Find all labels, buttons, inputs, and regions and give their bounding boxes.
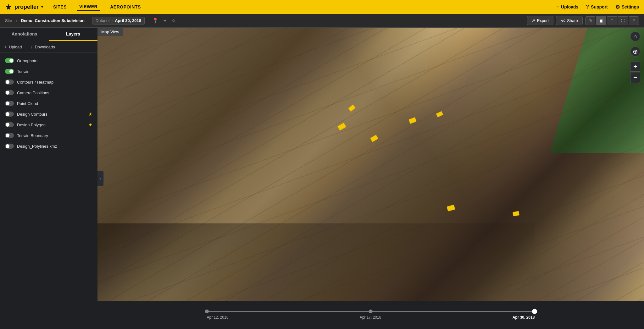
layer-name-8: Design_Polylines.kmz (17, 144, 92, 149)
layers-list: OrthophotoTerrainContours / HeatmapCamer… (0, 53, 97, 329)
layer-item-terrain-boundary[interactable]: Terrain Boundary (0, 130, 97, 141)
star-icon-6[interactable]: ★ (88, 122, 92, 127)
sidebar-tabs: Annotations Layers (0, 28, 97, 41)
layer-toggle-6[interactable] (5, 122, 14, 127)
view-split-left[interactable]: ⊞ (585, 16, 595, 25)
zoom-out-button[interactable]: − (630, 73, 640, 83)
timeline-section: Apr 12, 2018 Apr 17, 2018 Apr 30, 2018 (97, 301, 644, 329)
upload-icon: ↑ (557, 4, 559, 10)
layer-item-terrain[interactable]: Terrain (0, 66, 97, 77)
nav-viewer[interactable]: VIEWER (77, 3, 100, 11)
view-mode-buttons: ⊞ ▣ ⊡ ⛶ ⊞ (585, 16, 639, 25)
layer-name-6: Design Polygon (17, 123, 85, 127)
measure-icon[interactable]: ⌖ (164, 18, 166, 24)
tab-annotations[interactable]: Annotations (0, 28, 49, 41)
layer-toggle-2[interactable] (5, 80, 14, 85)
layer-toggle-8[interactable] (5, 144, 14, 149)
layer-toggle-7[interactable] (5, 133, 14, 138)
dataset-value: April 30, 2018 (115, 18, 141, 23)
timeline-labels: Apr 12, 2018 Apr 17, 2018 Apr 30, 2018 (207, 315, 535, 320)
layer-item-orthophoto[interactable]: Orthophoto (0, 55, 97, 66)
layer-name-2: Contours / Heatmap (17, 80, 92, 85)
map-view-tooltip: Map View (97, 28, 123, 36)
main-area: Annotations Layers + Upload ↓ Downloads … (0, 28, 644, 329)
top-navigation: propeller ▾ SITES VIEWER AEROPOINTS ↑ Up… (0, 0, 644, 14)
breadcrumb-sep1: › (16, 18, 17, 23)
dataset-label: Dataset (96, 18, 110, 23)
compass-button[interactable]: ⊕ (630, 47, 640, 57)
export-icon: ↗ (532, 18, 535, 23)
breadcrumb-site-name[interactable]: Demo: Construction Subdivision (21, 18, 85, 23)
layer-item-design-polygon[interactable]: Design Polygon★ (0, 119, 97, 130)
star-icon-5[interactable]: ★ (88, 112, 92, 117)
map-image: Map View ⌂ ⊕ + − 50 ft Lat 40.0520208° N… (97, 28, 644, 329)
breadcrumb-right-actions: ↗ Export ≪ Share ⊞ ▣ ⊡ ⛶ ⊞ (527, 16, 639, 25)
timeline-track (207, 311, 535, 312)
zoom-in-button[interactable]: + (630, 62, 640, 72)
nav-settings[interactable]: ⚙ Settings (615, 4, 639, 10)
timeline-label-1[interactable]: Apr 12, 2018 (207, 315, 229, 320)
layer-item-point-cloud[interactable]: Point Cloud (0, 98, 97, 109)
nav-right: ↑ Uploads ? Support ⚙ Settings (557, 4, 639, 10)
sidebar-actions: + Upload ↓ Downloads (0, 41, 97, 53)
layer-name-5: Design Contours (17, 112, 85, 117)
plus-icon: + (4, 44, 7, 49)
timeline-dot-3[interactable] (532, 309, 537, 314)
logo-text: propeller (14, 4, 39, 10)
dataset-selector[interactable]: Dataset › April 30, 2018 (92, 17, 145, 25)
propeller-logo-icon (5, 3, 12, 10)
layer-name-0: Orthophoto (17, 58, 92, 63)
layer-toggle-5[interactable] (5, 112, 14, 117)
svg-marker-0 (6, 4, 11, 10)
layer-toggle-4[interactable] (5, 101, 14, 106)
export-button[interactable]: ↗ Export (527, 16, 554, 25)
view-single[interactable]: ▣ (596, 16, 606, 25)
layer-item-contours---heatmap[interactable]: Contours / Heatmap (0, 77, 97, 87)
sidebar-collapse-button[interactable]: ‹ (97, 171, 104, 186)
sidebar: Annotations Layers + Upload ↓ Downloads … (0, 28, 97, 329)
timeline-label-2[interactable]: Apr 17, 2018 (360, 315, 381, 320)
view-fullscreen[interactable]: ⛶ (618, 16, 628, 25)
chevron-left-icon: ‹ (100, 176, 101, 181)
help-icon: ? (586, 4, 589, 10)
nav-support[interactable]: ? Support (586, 4, 608, 10)
view-split-right[interactable]: ⊡ (607, 16, 617, 25)
share-button[interactable]: ≪ Share (556, 16, 583, 25)
upload-action[interactable]: + Upload (4, 44, 22, 49)
timeline-dot-1[interactable] (205, 310, 209, 313)
map-container[interactable]: Map View ⌂ ⊕ + − 50 ft Lat 40.0520208° N… (97, 28, 644, 329)
layer-name-3: Camera Positions (17, 90, 92, 95)
layer-toggle-3[interactable] (5, 90, 14, 95)
tab-layers[interactable]: Layers (49, 28, 97, 41)
settings-icon: ⚙ (615, 4, 620, 10)
nav-sites[interactable]: SITES (51, 3, 69, 11)
nav-uploads[interactable]: ↑ Uploads (557, 4, 578, 10)
share-icon: ≪ (561, 18, 565, 23)
layer-item-design-polylines-kmz[interactable]: Design_Polylines.kmz (0, 141, 97, 151)
view-grid[interactable]: ⊞ (629, 16, 639, 25)
layer-item-camera-positions[interactable]: Camera Positions (0, 87, 97, 98)
breadcrumb-icons: 📍 ⌖ ☆ (152, 18, 176, 24)
downloads-action[interactable]: ↓ Downloads (31, 44, 55, 49)
layer-toggle-0[interactable] (5, 58, 14, 63)
layer-name-4: Point Cloud (17, 101, 92, 106)
breadcrumb-site-label: Site (5, 18, 12, 23)
timeline-label-3[interactable]: Apr 30, 2018 (513, 315, 535, 320)
download-icon: ↓ (31, 44, 33, 49)
layer-name-7: Terrain Boundary (17, 133, 92, 138)
nav-aeropoints[interactable]: AEROPOINTS (108, 3, 143, 11)
logo-area[interactable]: propeller ▾ (5, 3, 43, 10)
location-pin-icon[interactable]: 📍 (152, 18, 158, 24)
layer-name-1: Terrain (17, 69, 92, 74)
breadcrumb-bar: Site › Demo: Construction Subdivision Da… (0, 14, 644, 28)
timeline-dot-2[interactable] (369, 310, 373, 313)
bookmark-icon[interactable]: ☆ (171, 18, 176, 24)
layer-toggle-1[interactable] (5, 69, 14, 74)
map-controls: ⌂ ⊕ + − (630, 31, 640, 83)
logo-dropdown-icon[interactable]: ▾ (41, 5, 43, 9)
home-button[interactable]: ⌂ (630, 31, 640, 41)
layer-item-design-contours[interactable]: Design Contours★ (0, 109, 97, 119)
